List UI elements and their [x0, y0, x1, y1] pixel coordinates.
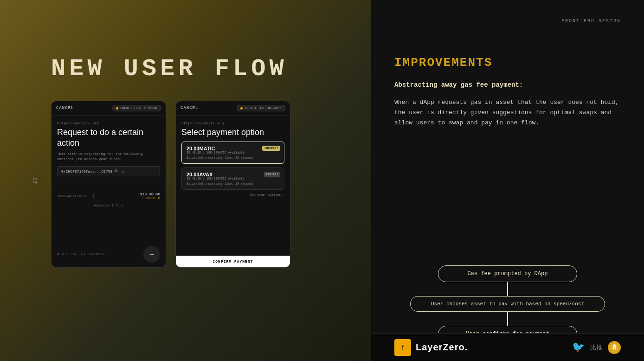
confirm-payment-button[interactable]: CONFIRM PAYMENT — [176, 256, 290, 267]
phone-1: CANCEL GOERLI TEST NETWORK https://websi… — [51, 101, 166, 268]
option1-sub: 25.45USD | 100.32MATIC Available — [187, 151, 279, 155]
bottom-right: 🐦 比推 ₿ — [572, 341, 621, 354]
improvements-body: When a dApp requests gas in asset that t… — [394, 97, 621, 128]
phone2-url: https://website.org — [181, 121, 284, 125]
improvements-title: IMPROVEMENTS — [394, 56, 621, 70]
phone1-network-label: GOERLI TEST NETWORK — [120, 106, 157, 110]
left-panel: 23 NEW USER FLOW CANCEL GOERLI TEST NETW… — [0, 0, 371, 361]
flow-step-1: Gas fee prompted by DApp — [438, 265, 577, 282]
option2-time: Estimated processing time: 20 seconds — [187, 182, 279, 186]
top-label: FRONT-END DESIGN — [561, 19, 621, 24]
see-more-link[interactable]: See other options > — [181, 193, 284, 197]
option1-time: Estimated processing time: 35 seconds — [187, 156, 279, 160]
phone2-header: CANCEL GOERLI TEST NETWORK — [176, 101, 290, 116]
phone2-network-dot — [240, 107, 243, 110]
phone2-network-badge: GOERLI TEST NETWORK — [237, 105, 285, 111]
phone1-fee-eth: 0.0023ETH — [140, 196, 160, 200]
phones-container: CANCEL GOERLI TEST NETWORK https://websi… — [51, 101, 371, 268]
phone1-address: 0x356787198fwds...61798 — [61, 169, 112, 174]
layerzero-logo-icon: ↑ — [394, 339, 411, 356]
logo-text: LayerZero. — [416, 342, 468, 353]
phone1-next-label: NEXT: SELECT PAYMENT — [57, 252, 105, 256]
phone1-fee-usd: $10.00USD — [140, 192, 160, 196]
option2-sub: 25.45USD | 100.32MATIC Available — [187, 177, 279, 180]
bottom-bar: ↑ LayerZero. 🐦 比推 ₿ — [371, 333, 644, 361]
copy-icon[interactable]: ⧉ — [115, 169, 119, 174]
phone1-title: Request to do a certain action — [57, 127, 160, 148]
share-icon[interactable]: ↗ — [122, 169, 126, 174]
page-number: 23 — [32, 177, 38, 184]
phone1-url: https://website.org — [57, 121, 160, 125]
phone2-cancel[interactable]: CANCEL — [180, 106, 198, 110]
phone1-advanced-info[interactable]: Advanced info ∨ — [57, 204, 160, 207]
payment-option-1[interactable]: CHEAPEST 20.03MATIC 25.45USD | 100.32MAT… — [181, 142, 284, 164]
badge-cheapest: CHEAPEST — [262, 146, 280, 151]
twitter-bird-icon: 🐦 — [572, 341, 585, 354]
phone1-address-box: 0x356787198fwds...61798 ⧉ ↗ — [57, 166, 160, 176]
phone1-fee-label: TRANSACTION FEE ⓘ — [57, 194, 96, 199]
phone1-network-badge: GOERLI TEST NETWORK — [112, 105, 161, 111]
flow-connector-2 — [507, 312, 508, 326]
phone1-arrow-button[interactable]: → — [143, 246, 160, 263]
flow-connector-1 — [507, 282, 508, 296]
phone-2: CANCEL GOERLI TEST NETWORK https://websi… — [175, 101, 290, 268]
phone1-header: CANCEL GOERLI TEST NETWORK — [52, 101, 166, 116]
phone1-footer: NEXT: SELECT PAYMENT → — [52, 241, 166, 267]
phone1-fee-section: TRANSACTION FEE ⓘ $10.00USD 0.0023ETH Ad… — [52, 192, 166, 207]
coin-icon: ₿ — [608, 341, 621, 354]
flow-step-2: User chooses asset to pay with based on … — [410, 296, 605, 312]
phone1-network-dot — [116, 107, 118, 110]
phone1-description: This site is requesting for the followin… — [57, 152, 160, 161]
improvements-subtitle: Abstracting away gas fee payment: — [394, 81, 621, 90]
payment-option-2[interactable]: FASTEST 20.03AVAX 25.45USD | 100.32MATIC… — [181, 168, 284, 190]
flow-diagram: Gas fee prompted by DApp User chooses as… — [394, 265, 621, 342]
bitpush-text: 比推 — [590, 343, 602, 352]
phone1-fee-row: TRANSACTION FEE ⓘ $10.00USD 0.0023ETH — [57, 192, 160, 200]
badge-fastest: FASTEST — [264, 172, 280, 177]
page-title: NEW USER FLOW — [51, 56, 371, 82]
right-panel: FRONT-END DESIGN IMPROVEMENTS Abstractin… — [371, 0, 644, 361]
phone1-cancel[interactable]: CANCEL — [56, 106, 74, 110]
phone1-content: https://website.org Request to do a cert… — [52, 116, 166, 187]
phone2-title: Select payment option — [181, 127, 284, 138]
phone2-network-label: GOERLI TEST NETWORK — [245, 106, 282, 110]
logo-area: ↑ LayerZero. — [394, 339, 468, 356]
phone2-content: https://website.org Select payment optio… — [176, 116, 290, 206]
